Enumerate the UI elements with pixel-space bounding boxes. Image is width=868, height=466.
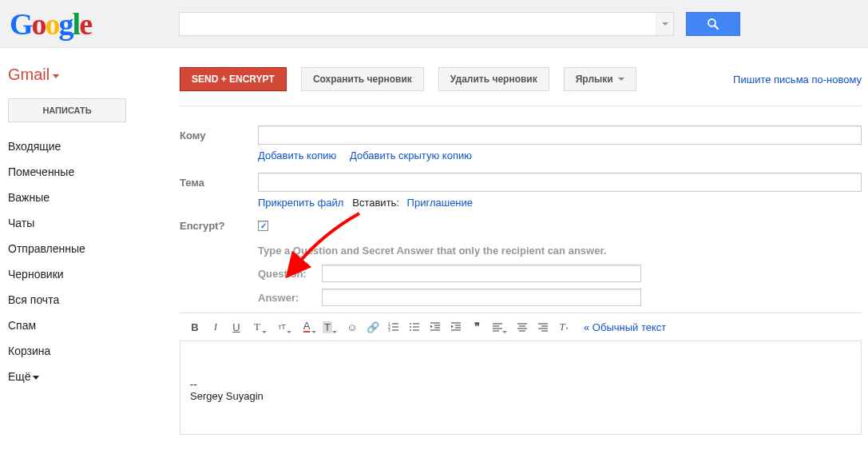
search-button[interactable]	[686, 12, 740, 36]
google-logo: Google	[10, 6, 91, 42]
insert-lead: Вставить:	[352, 197, 399, 209]
sidebar-item-starred[interactable]: Помеченные	[8, 159, 156, 185]
chevron-down-icon	[662, 22, 668, 26]
font-family-dropdown[interactable]: T	[248, 318, 266, 336]
chevron-down-icon	[53, 74, 59, 78]
question-row: Question:	[258, 265, 862, 282]
search-icon	[706, 17, 720, 31]
indent-less-button[interactable]	[426, 318, 444, 336]
answer-label: Answer:	[258, 292, 322, 304]
sidebar-more-label: Ещё	[8, 370, 31, 383]
chevron-down-icon	[33, 376, 39, 380]
to-label: Кому	[180, 129, 258, 141]
search-input[interactable]	[179, 12, 674, 36]
sidebar-item-drafts[interactable]: Черновики	[8, 261, 156, 287]
sidebar-item-important[interactable]: Важные	[8, 185, 156, 210]
cc-links: Добавить копию Добавить скрытую копию	[258, 149, 862, 161]
svg-point-12	[410, 326, 411, 328]
sidebar: Gmail НАПИСАТЬ Входящие Помеченные Важны…	[0, 48, 156, 435]
signature-name: Sergey Suyagin	[190, 390, 851, 402]
svg-marker-23	[451, 325, 454, 329]
labels-label: Ярлыки	[576, 74, 613, 85]
google-bar: Google	[0, 0, 868, 48]
bullet-list-button[interactable]	[406, 318, 423, 336]
to-row: Кому	[180, 125, 862, 145]
emoji-button[interactable]: ☺	[343, 318, 361, 336]
main-content: SEND + ENCRYPT Сохранить черновик Удалит…	[156, 48, 868, 435]
encrypt-hint: Type a Question and Secret Answer that o…	[258, 245, 862, 257]
sidebar-item-allmail[interactable]: Вся почта	[8, 287, 156, 313]
signature: -- Sergey Suyagin	[190, 378, 851, 402]
indent-more-button[interactable]	[447, 318, 465, 336]
sidebar-item-chats[interactable]: Чаты	[8, 210, 156, 236]
insert-invitation-link[interactable]: Приглашение	[407, 197, 473, 209]
encrypt-label: Encrypt?	[180, 220, 258, 232]
compose-button[interactable]: НАПИСАТЬ	[8, 98, 126, 122]
add-cc-link[interactable]: Добавить копию	[258, 149, 336, 161]
question-label: Question:	[258, 268, 322, 280]
question-input[interactable]	[322, 265, 641, 282]
gmail-label: Gmail	[8, 66, 50, 84]
plain-text-link[interactable]: « Обычный текст	[584, 321, 666, 333]
delete-draft-button[interactable]: Удалить черновик	[438, 67, 549, 91]
labels-dropdown[interactable]: Ярлыки	[564, 67, 636, 91]
signature-separator: --	[190, 378, 851, 390]
svg-marker-18	[430, 325, 433, 329]
save-draft-button[interactable]: Сохранить черновик	[301, 67, 424, 91]
svg-point-13	[410, 329, 411, 331]
align-left-button[interactable]	[489, 318, 506, 336]
search-container	[179, 12, 740, 36]
add-bcc-link[interactable]: Добавить скрытую копию	[350, 149, 472, 161]
sidebar-item-sent[interactable]: Отправленные	[8, 236, 156, 261]
to-input[interactable]	[258, 125, 862, 145]
encrypt-checkbox[interactable]: ✓	[258, 221, 268, 231]
answer-row: Answer:	[258, 289, 862, 306]
new-compose-promo-link[interactable]: Пишите письма по-новому	[733, 74, 862, 86]
subject-row: Тема	[180, 173, 862, 192]
underline-button[interactable]: U	[228, 318, 245, 336]
subject-input[interactable]	[258, 173, 862, 192]
italic-button[interactable]: I	[207, 318, 224, 336]
svg-point-11	[410, 323, 411, 325]
answer-input[interactable]	[322, 289, 641, 306]
attach-file-link[interactable]: Прикрепить файл	[258, 197, 343, 209]
send-encrypt-button[interactable]: SEND + ENCRYPT	[180, 67, 287, 91]
align-center-button[interactable]	[513, 318, 531, 336]
font-size-dropdown[interactable]: тТ	[273, 318, 291, 336]
svg-line-1	[715, 26, 718, 29]
align-right-button[interactable]	[534, 318, 552, 336]
sidebar-item-spam[interactable]: Спам	[8, 313, 156, 338]
message-body-editor[interactable]: -- Sergey Suyagin	[180, 341, 862, 435]
numbered-list-button[interactable]: 123	[385, 318, 402, 336]
sidebar-item-trash[interactable]: Корзина	[8, 338, 156, 364]
sidebar-item-inbox[interactable]: Входящие	[8, 133, 156, 159]
svg-text:3: 3	[388, 328, 390, 333]
action-toolbar: SEND + ENCRYPT Сохранить черновик Удалит…	[180, 48, 862, 106]
encrypt-row: Encrypt? ✓	[180, 220, 862, 232]
quote-button[interactable]: ❞	[468, 318, 486, 336]
text-color-dropdown[interactable]: A	[298, 318, 315, 336]
subject-label: Тема	[180, 177, 258, 189]
gmail-menu[interactable]: Gmail	[8, 48, 156, 98]
link-button[interactable]: 🔗	[364, 318, 382, 336]
attach-links: Прикрепить файл Вставить: Приглашение	[258, 197, 862, 209]
formatting-toolbar: B I U T тТ A T ☺ 🔗 123 ❞	[180, 313, 862, 341]
bold-button[interactable]: B	[186, 318, 204, 336]
search-options-dropdown[interactable]	[656, 13, 673, 35]
sidebar-item-more[interactable]: Ещё	[8, 364, 156, 389]
highlight-color-dropdown[interactable]: T	[319, 318, 336, 336]
remove-formatting-button[interactable]: Tₓ	[555, 318, 573, 336]
chevron-down-icon	[618, 78, 624, 81]
